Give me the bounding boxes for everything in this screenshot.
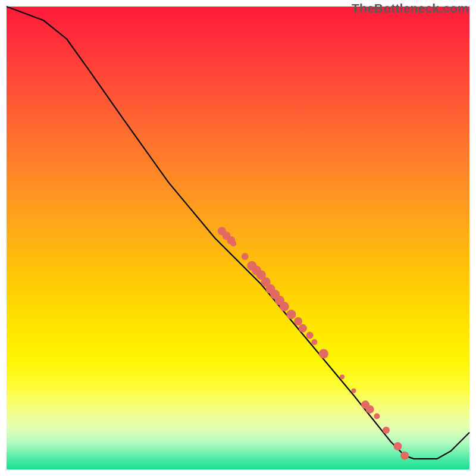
scatter-series [218, 227, 409, 459]
scatter-point [294, 317, 302, 325]
chart-svg-overlay [0, 0, 476, 476]
scatter-point [311, 339, 317, 345]
scatter-point [352, 389, 356, 393]
scatter-point [242, 253, 249, 260]
bottleneck-curve [7, 7, 469, 459]
scatter-point [306, 331, 314, 339]
scatter-point [393, 442, 402, 450]
scatter-point [374, 414, 380, 419]
watermark-text: TheBottleneck.com [352, 1, 469, 15]
scatter-point [287, 309, 296, 319]
scatter-point [400, 452, 409, 460]
scatter-point [299, 324, 307, 333]
scatter-point [340, 374, 345, 379]
scatter-point [383, 427, 390, 434]
scatter-point [280, 302, 289, 311]
scatter-point [230, 240, 236, 246]
scatter-point [366, 405, 374, 414]
scatter-point [319, 349, 328, 359]
bottleneck-chart: TheBottleneck.com [0, 0, 476, 476]
